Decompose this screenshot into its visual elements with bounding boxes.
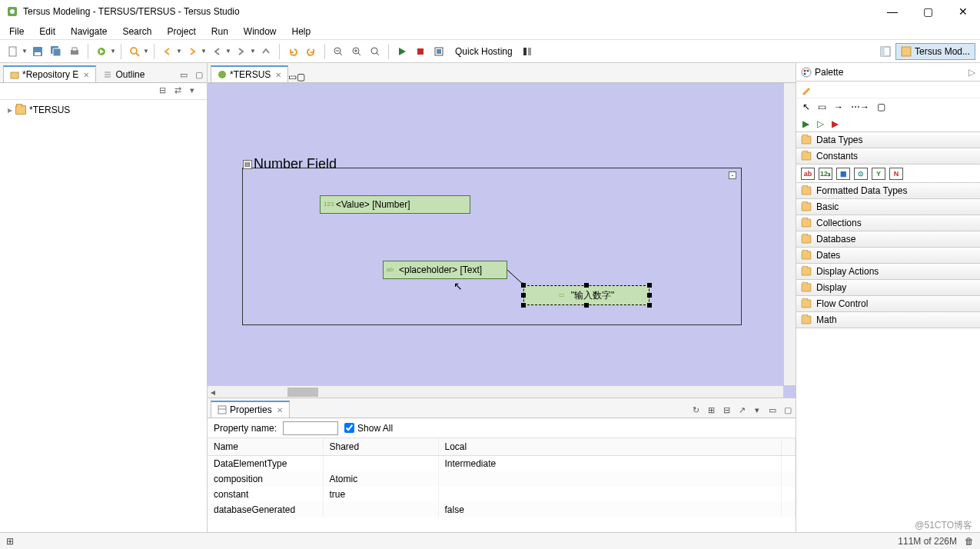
prop-tool-3[interactable]: ⊟ xyxy=(720,405,733,418)
close-properties-icon[interactable]: ✕ xyxy=(277,406,283,414)
palette-collapse-icon[interactable]: ▷ xyxy=(968,67,975,78)
menu-file[interactable]: File xyxy=(3,25,30,38)
table-row[interactable]: databaseGeneratedfalse xyxy=(208,502,796,517)
const-text-icon[interactable]: ab xyxy=(801,168,815,180)
number-field-box[interactable]: ▤ Number Field - 123 <Value> [Number] ab… xyxy=(242,168,742,325)
nav-next-button[interactable] xyxy=(184,43,201,60)
zoom-out-button[interactable] xyxy=(330,43,347,60)
cat-dates[interactable]: Dates xyxy=(796,247,980,264)
menu-run[interactable]: Run xyxy=(205,25,234,38)
quick-hosting-label[interactable]: Quick Hosting xyxy=(455,46,513,57)
view-menu-icon[interactable]: ▾ xyxy=(190,85,202,98)
close-button[interactable]: ✕ xyxy=(952,5,974,18)
tab-properties[interactable]: Properties ✕ xyxy=(211,401,290,418)
run-tool[interactable]: ▶ xyxy=(802,118,809,129)
gc-button[interactable]: 🗑 xyxy=(965,536,974,547)
view-maximize-icon[interactable]: ▢ xyxy=(193,70,205,82)
run-button[interactable] xyxy=(394,43,410,60)
close-editor-icon[interactable]: ✕ xyxy=(275,71,281,79)
nav-prev-button[interactable] xyxy=(159,43,176,60)
cat-display[interactable]: Display xyxy=(796,279,980,296)
hosting-icon[interactable] xyxy=(519,43,536,60)
undo-button[interactable] xyxy=(284,43,301,60)
link-editor-icon[interactable]: ⇄ xyxy=(174,85,187,98)
run-config-dropdown[interactable]: ▼ xyxy=(110,48,116,55)
stop-button[interactable] xyxy=(412,43,429,60)
value-node[interactable]: 123 <Value> [Number] xyxy=(320,195,470,214)
diagram-canvas[interactable]: ▤ Number Field - 123 <Value> [Number] ab… xyxy=(208,83,796,398)
editor-tab-tersus[interactable]: *TERSUS ✕ xyxy=(211,65,288,82)
search-button[interactable] xyxy=(126,43,143,60)
stop-tool[interactable]: ▶ xyxy=(832,118,839,129)
perspective-switcher[interactable]: Tersus Mod... xyxy=(895,43,975,60)
prop-view-menu[interactable]: ▾ xyxy=(751,405,763,418)
const-date-icon[interactable]: ▦ xyxy=(836,168,850,180)
save-button[interactable] xyxy=(29,43,46,60)
table-row[interactable]: compositionAtomic xyxy=(208,471,796,487)
tab-repository[interactable]: *Repository E ✕ xyxy=(3,65,96,82)
view-minimize-icon[interactable]: ▭ xyxy=(178,70,190,82)
table-row[interactable]: constanttrue xyxy=(208,487,796,502)
horizontal-scrollbar[interactable]: ◂ xyxy=(208,385,783,398)
menu-help[interactable]: Help xyxy=(286,25,317,38)
cat-flow-control[interactable]: Flow Control xyxy=(796,295,980,312)
close-tab-icon[interactable]: ✕ xyxy=(83,71,89,79)
const-yes-icon[interactable]: Y xyxy=(872,168,885,180)
maximize-button[interactable]: ▢ xyxy=(917,5,938,18)
property-name-input[interactable] xyxy=(283,421,338,435)
prop-tool-1[interactable]: ↻ xyxy=(689,405,702,418)
cat-constants[interactable]: Constants xyxy=(796,148,980,165)
menu-search[interactable]: Search xyxy=(116,25,158,38)
col-local[interactable]: Local xyxy=(438,438,782,456)
palette-brush-row[interactable] xyxy=(796,82,980,98)
search-dropdown[interactable]: ▼ xyxy=(143,48,149,55)
placeholder-node[interactable]: ab <placeholder> [Text] xyxy=(383,261,507,279)
collapse-all-icon[interactable]: ⊟ xyxy=(159,85,171,98)
new-button[interactable] xyxy=(5,43,22,60)
menu-navigate[interactable]: Navigate xyxy=(65,25,113,38)
col-name[interactable]: Name xyxy=(208,438,323,456)
menu-project[interactable]: Project xyxy=(161,25,201,38)
collapse-box-icon[interactable]: - xyxy=(729,171,736,179)
cat-formatted[interactable]: Formatted Data Types xyxy=(796,182,980,199)
zoom-fit-button[interactable] xyxy=(367,43,384,60)
dotted-connector-tool[interactable]: ⋯→ xyxy=(851,101,869,112)
print-button[interactable] xyxy=(66,43,83,60)
nav-up-button[interactable] xyxy=(257,43,274,60)
cat-data-types[interactable]: Data Types xyxy=(796,131,980,148)
select-tool[interactable]: ↖ xyxy=(802,101,810,112)
save-all-button[interactable] xyxy=(48,43,65,60)
cat-math[interactable]: Math xyxy=(796,311,980,328)
tree-root-item[interactable]: ▸ *TERSUS xyxy=(8,103,199,117)
connector-tool[interactable]: → xyxy=(834,101,843,112)
minimize-button[interactable]: — xyxy=(882,5,903,18)
tab-outline[interactable]: Outline xyxy=(96,66,151,82)
vertical-scrollbar[interactable] xyxy=(783,83,796,385)
step-tool[interactable]: ▷ xyxy=(817,118,824,129)
const-number-icon[interactable]: 12₃ xyxy=(819,168,832,180)
prop-maximize-icon[interactable]: ▢ xyxy=(782,405,794,418)
show-all-checkbox[interactable]: Show All xyxy=(344,423,393,434)
editor-minimize-icon[interactable]: ▭ xyxy=(288,72,297,82)
new-dropdown[interactable]: ▼ xyxy=(22,48,28,55)
text-constant-node[interactable]: ▭ "输入数字" xyxy=(523,285,649,305)
marquee-tool[interactable]: ▭ xyxy=(818,101,826,112)
prop-tool-2[interactable]: ⊞ xyxy=(705,405,717,418)
show-all-input[interactable] xyxy=(344,423,354,433)
nav-back-button[interactable] xyxy=(208,43,225,60)
cat-display-actions[interactable]: Display Actions xyxy=(796,263,980,280)
menu-edit[interactable]: Edit xyxy=(33,25,61,38)
open-perspective-button[interactable] xyxy=(877,43,894,60)
editor-maximize-icon[interactable]: ▢ xyxy=(297,72,305,82)
const-no-icon[interactable]: N xyxy=(889,168,903,180)
const-time-icon[interactable]: ⊙ xyxy=(854,168,868,180)
menu-window[interactable]: Window xyxy=(238,25,283,38)
table-row[interactable]: DataElementTypeIntermediate xyxy=(208,456,796,472)
cat-database[interactable]: Database xyxy=(796,231,980,248)
col-shared[interactable]: Shared xyxy=(323,438,438,456)
prop-minimize-icon[interactable]: ▭ xyxy=(766,405,779,418)
nav-fwd-button[interactable] xyxy=(233,43,250,60)
redo-button[interactable] xyxy=(303,43,320,60)
new-element-tool[interactable]: ▢ xyxy=(877,101,885,112)
deploy-button[interactable] xyxy=(430,43,447,60)
